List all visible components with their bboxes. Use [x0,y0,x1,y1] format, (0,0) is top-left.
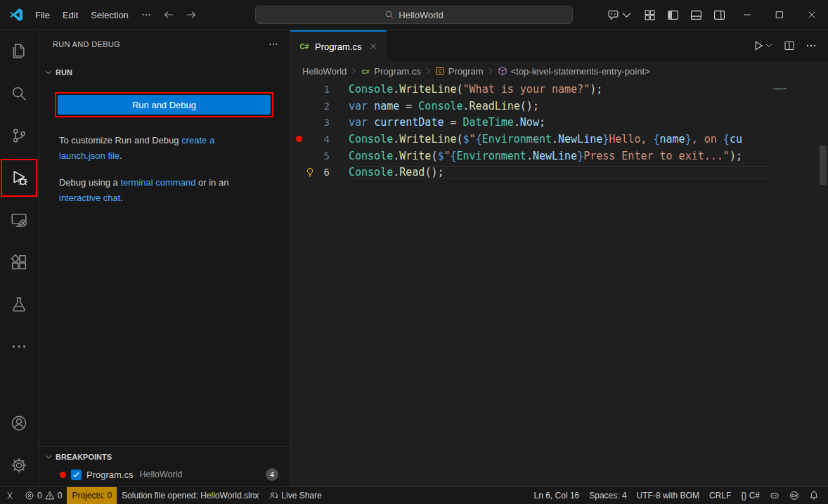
beaker-icon [11,296,27,313]
panel-bottom-icon [690,9,702,21]
breadcrumb-2[interactable]: C#Program.cs [361,66,420,77]
gutter-breakpoint-slot[interactable] [295,136,303,142]
run-section-header[interactable]: RUN [39,64,290,81]
status-problems[interactable]: 00 [20,487,67,504]
menu-file[interactable]: File [29,6,56,24]
run-or-debug-button[interactable] [753,40,773,51]
nav-back-button[interactable] [157,9,180,20]
code-text: Console.WriteLine($"{Environment.NewLine… [349,133,768,146]
status-remote[interactable] [0,487,20,504]
vscode-logo-icon [9,8,23,22]
activity-item-extensions[interactable] [0,241,38,283]
minimap[interactable] [772,82,818,96]
status-cursor-position[interactable]: Ln 6, Col 16 [529,487,585,504]
status-bar: 00Projects: 0Solution file opened: Hello… [0,486,828,504]
activity-bar-top [0,30,38,368]
menu-more[interactable] [135,6,157,24]
toggle-secondary-sidebar-button[interactable] [708,0,731,30]
views-more-actions-icon[interactable] [269,39,278,49]
breadcrumb-label: Program.cs [374,66,420,77]
status-text: UTF-8 with BOM [637,491,699,500]
chevron-right-icon [486,67,495,75]
status-text: Projects: 0 [72,491,112,500]
run-and-debug-sidebar: RUN AND DEBUG RUN Run and Debug To custo… [39,30,290,486]
forward-arrow-icon [186,9,197,20]
code-line-4[interactable]: 4Console.WriteLine($"{Environment.NewLin… [290,131,768,148]
breakpoint-row[interactable]: Program.cs HelloWorld 4 [39,465,290,484]
breakpoints-section-header[interactable]: BREAKPOINTS [39,448,290,465]
status-csharp-status[interactable]: C# [784,487,804,504]
status-solution[interactable]: Solution file opened: HelloWorld.slnx [117,487,264,504]
toggle-panel-button[interactable] [685,0,708,30]
code-line-5[interactable]: 5Console.Write($"{Environment.NewLine}Pr… [290,148,768,164]
code-line-6[interactable]: 6Console.Read(); [290,164,768,181]
activity-item-source-control[interactable] [0,115,38,157]
svg-text:C#: C# [791,493,797,498]
status-indentation[interactable]: Spaces: 4 [584,487,631,504]
status-language-mode[interactable]: {} C# [736,487,765,504]
breadcrumb-1[interactable]: HelloWorld [302,66,347,77]
account-icon [11,415,27,432]
command-center-search[interactable]: HelloWorld [255,6,573,24]
customize-hint-text: To customize Run and Debug create a laun… [59,133,256,164]
code-editor[interactable]: 1Console.WriteLine("What is your name?")… [290,81,828,486]
status-notifications[interactable] [804,487,824,504]
main-row: RUN AND DEBUG RUN Run and Debug To custo… [0,30,828,486]
symbol-namespace-icon [498,66,507,76]
error-icon [25,491,34,500]
chevron-right-icon [349,67,358,75]
activity-item-more-views[interactable] [0,325,38,368]
breadcrumb-3[interactable]: Program [435,66,484,77]
terminal-command-link[interactable]: terminal command [120,177,195,188]
close-icon [807,10,817,20]
code-text: Console.Write($"{Environment.NewLine}Pre… [349,150,768,162]
code-line-3[interactable]: 3var currentDate = DateTime.Now; [290,114,768,131]
breadcrumb-4[interactable]: <top-level-statements-entry-point> [498,66,650,77]
toggle-primary-sidebar-button[interactable] [661,0,685,30]
breakpoint-checkbox[interactable] [71,470,82,480]
breakpoint-file-label: Program.cs [86,470,133,480]
minimize-icon [742,10,752,20]
activity-item-settings[interactable] [0,444,38,486]
live-share-icon [269,491,278,500]
status-live-share[interactable]: Live Share [264,487,326,504]
status-text: Solution file opened: HelloWorld.slnx [122,491,259,500]
code-line-1[interactable]: 1Console.WriteLine("What is your name?")… [290,81,768,98]
tab-close-icon[interactable] [369,42,377,51]
menubar: FileEditSelection [29,0,135,30]
files-icon [11,43,27,60]
activity-item-testing[interactable] [0,283,38,325]
chevron-down-icon [765,41,773,50]
run-and-debug-button[interactable]: Run and Debug [58,95,271,115]
more-actions-icon[interactable] [806,40,817,51]
editor-group: C# Program.cs HelloWorldC#Program.csProg… [290,30,828,486]
customize-layout-button[interactable] [638,0,661,30]
status-eol[interactable]: CRLF [704,487,736,504]
window-minimize-button[interactable] [731,0,763,30]
code-line-2[interactable]: 2var name = Console.ReadLine(); [290,98,768,115]
breadcrumb-label: Program [448,66,484,77]
activity-item-accounts[interactable] [0,402,38,444]
status-text: 0 [37,491,42,500]
window-maximize-button[interactable] [763,0,796,30]
activity-item-search[interactable] [0,72,38,115]
nav-forward-button[interactable] [180,9,202,20]
activity-item-remote-explorer[interactable] [0,199,38,241]
status-copilot[interactable] [765,487,784,504]
split-editor-icon[interactable] [784,40,795,51]
csharp-icon: C# [361,66,370,76]
status-encoding[interactable]: UTF-8 with BOM [632,487,704,504]
svg-text:C#: C# [362,68,370,75]
menu-edit[interactable]: Edit [56,6,84,24]
status-projects[interactable]: Projects: 0 [67,487,117,504]
editor-scrollbar-thumb[interactable] [820,146,827,185]
maximize-icon [775,10,784,20]
hint-text: . [120,193,123,203]
activity-item-explorer[interactable] [0,30,38,72]
window-close-button[interactable] [796,0,828,30]
copilot-chat-button[interactable] [602,0,638,30]
tab-program-cs[interactable]: C# Program.cs [290,30,387,61]
menu-selection[interactable]: Selection [84,6,134,24]
interactive-chat-link[interactable]: interactive chat [59,193,120,203]
activity-item-run-and-debug[interactable] [0,157,38,199]
